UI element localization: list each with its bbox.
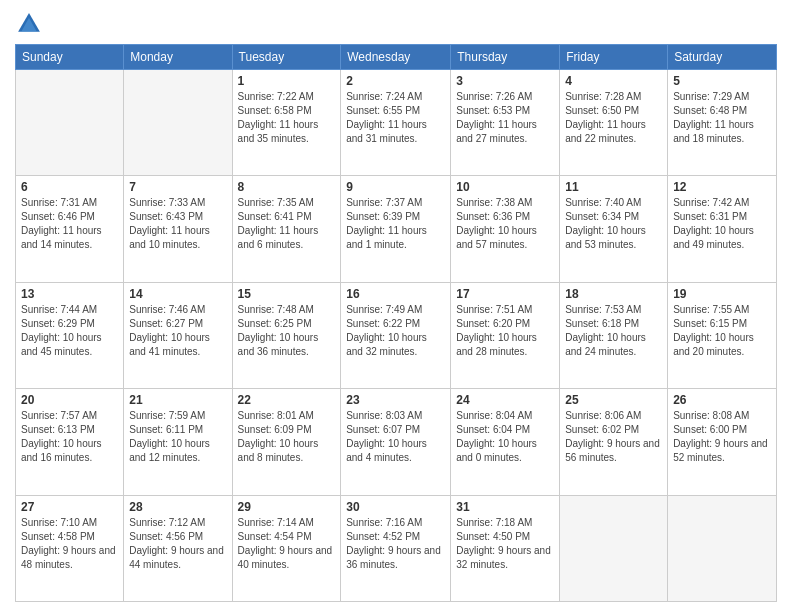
calendar-cell: 6Sunrise: 7:31 AM Sunset: 6:46 PM Daylig…: [16, 176, 124, 282]
calendar-cell: 27Sunrise: 7:10 AM Sunset: 4:58 PM Dayli…: [16, 495, 124, 601]
day-info: Sunrise: 8:04 AM Sunset: 6:04 PM Dayligh…: [456, 409, 554, 465]
weekday-header-thursday: Thursday: [451, 45, 560, 70]
day-number: 9: [346, 180, 445, 194]
logo-icon: [15, 10, 43, 38]
day-number: 2: [346, 74, 445, 88]
day-info: Sunrise: 7:59 AM Sunset: 6:11 PM Dayligh…: [129, 409, 226, 465]
day-number: 19: [673, 287, 771, 301]
calendar-cell: 1Sunrise: 7:22 AM Sunset: 6:58 PM Daylig…: [232, 70, 341, 176]
day-info: Sunrise: 7:16 AM Sunset: 4:52 PM Dayligh…: [346, 516, 445, 572]
day-info: Sunrise: 7:12 AM Sunset: 4:56 PM Dayligh…: [129, 516, 226, 572]
day-info: Sunrise: 7:38 AM Sunset: 6:36 PM Dayligh…: [456, 196, 554, 252]
day-number: 5: [673, 74, 771, 88]
weekday-header-friday: Friday: [560, 45, 668, 70]
header: [15, 10, 777, 38]
calendar-cell: 3Sunrise: 7:26 AM Sunset: 6:53 PM Daylig…: [451, 70, 560, 176]
day-info: Sunrise: 7:14 AM Sunset: 4:54 PM Dayligh…: [238, 516, 336, 572]
day-info: Sunrise: 8:06 AM Sunset: 6:02 PM Dayligh…: [565, 409, 662, 465]
day-info: Sunrise: 7:35 AM Sunset: 6:41 PM Dayligh…: [238, 196, 336, 252]
day-info: Sunrise: 8:08 AM Sunset: 6:00 PM Dayligh…: [673, 409, 771, 465]
day-number: 13: [21, 287, 118, 301]
day-info: Sunrise: 8:03 AM Sunset: 6:07 PM Dayligh…: [346, 409, 445, 465]
day-number: 23: [346, 393, 445, 407]
calendar-table: SundayMondayTuesdayWednesdayThursdayFrid…: [15, 44, 777, 602]
weekday-header-sunday: Sunday: [16, 45, 124, 70]
calendar-cell: [668, 495, 777, 601]
day-info: Sunrise: 7:48 AM Sunset: 6:25 PM Dayligh…: [238, 303, 336, 359]
day-info: Sunrise: 7:57 AM Sunset: 6:13 PM Dayligh…: [21, 409, 118, 465]
calendar-cell: 5Sunrise: 7:29 AM Sunset: 6:48 PM Daylig…: [668, 70, 777, 176]
calendar-cell: 17Sunrise: 7:51 AM Sunset: 6:20 PM Dayli…: [451, 282, 560, 388]
logo: [15, 10, 47, 38]
calendar-cell: 12Sunrise: 7:42 AM Sunset: 6:31 PM Dayli…: [668, 176, 777, 282]
calendar-cell: 25Sunrise: 8:06 AM Sunset: 6:02 PM Dayli…: [560, 389, 668, 495]
calendar-cell: 8Sunrise: 7:35 AM Sunset: 6:41 PM Daylig…: [232, 176, 341, 282]
day-number: 4: [565, 74, 662, 88]
day-info: Sunrise: 7:10 AM Sunset: 4:58 PM Dayligh…: [21, 516, 118, 572]
day-number: 31: [456, 500, 554, 514]
day-info: Sunrise: 7:40 AM Sunset: 6:34 PM Dayligh…: [565, 196, 662, 252]
day-number: 28: [129, 500, 226, 514]
calendar-cell: 23Sunrise: 8:03 AM Sunset: 6:07 PM Dayli…: [341, 389, 451, 495]
day-number: 16: [346, 287, 445, 301]
day-number: 26: [673, 393, 771, 407]
day-info: Sunrise: 7:26 AM Sunset: 6:53 PM Dayligh…: [456, 90, 554, 146]
day-number: 29: [238, 500, 336, 514]
calendar-cell: [560, 495, 668, 601]
week-row-4: 20Sunrise: 7:57 AM Sunset: 6:13 PM Dayli…: [16, 389, 777, 495]
day-info: Sunrise: 7:18 AM Sunset: 4:50 PM Dayligh…: [456, 516, 554, 572]
day-number: 3: [456, 74, 554, 88]
day-number: 14: [129, 287, 226, 301]
day-number: 21: [129, 393, 226, 407]
week-row-1: 1Sunrise: 7:22 AM Sunset: 6:58 PM Daylig…: [16, 70, 777, 176]
calendar-cell: 14Sunrise: 7:46 AM Sunset: 6:27 PM Dayli…: [124, 282, 232, 388]
day-number: 22: [238, 393, 336, 407]
day-number: 27: [21, 500, 118, 514]
day-number: 11: [565, 180, 662, 194]
calendar-cell: 21Sunrise: 7:59 AM Sunset: 6:11 PM Dayli…: [124, 389, 232, 495]
day-number: 24: [456, 393, 554, 407]
day-info: Sunrise: 7:51 AM Sunset: 6:20 PM Dayligh…: [456, 303, 554, 359]
calendar-cell: 11Sunrise: 7:40 AM Sunset: 6:34 PM Dayli…: [560, 176, 668, 282]
day-number: 18: [565, 287, 662, 301]
calendar-cell: 10Sunrise: 7:38 AM Sunset: 6:36 PM Dayli…: [451, 176, 560, 282]
page: SundayMondayTuesdayWednesdayThursdayFrid…: [0, 0, 792, 612]
day-info: Sunrise: 7:28 AM Sunset: 6:50 PM Dayligh…: [565, 90, 662, 146]
day-number: 7: [129, 180, 226, 194]
calendar-cell: [124, 70, 232, 176]
day-info: Sunrise: 7:55 AM Sunset: 6:15 PM Dayligh…: [673, 303, 771, 359]
weekday-header-tuesday: Tuesday: [232, 45, 341, 70]
calendar-cell: 2Sunrise: 7:24 AM Sunset: 6:55 PM Daylig…: [341, 70, 451, 176]
day-number: 8: [238, 180, 336, 194]
calendar-cell: [16, 70, 124, 176]
calendar-cell: 24Sunrise: 8:04 AM Sunset: 6:04 PM Dayli…: [451, 389, 560, 495]
week-row-2: 6Sunrise: 7:31 AM Sunset: 6:46 PM Daylig…: [16, 176, 777, 282]
day-info: Sunrise: 7:33 AM Sunset: 6:43 PM Dayligh…: [129, 196, 226, 252]
calendar-cell: 7Sunrise: 7:33 AM Sunset: 6:43 PM Daylig…: [124, 176, 232, 282]
day-number: 15: [238, 287, 336, 301]
calendar-cell: 18Sunrise: 7:53 AM Sunset: 6:18 PM Dayli…: [560, 282, 668, 388]
day-info: Sunrise: 7:22 AM Sunset: 6:58 PM Dayligh…: [238, 90, 336, 146]
calendar-cell: 28Sunrise: 7:12 AM Sunset: 4:56 PM Dayli…: [124, 495, 232, 601]
calendar-cell: 22Sunrise: 8:01 AM Sunset: 6:09 PM Dayli…: [232, 389, 341, 495]
calendar-cell: 26Sunrise: 8:08 AM Sunset: 6:00 PM Dayli…: [668, 389, 777, 495]
day-info: Sunrise: 7:44 AM Sunset: 6:29 PM Dayligh…: [21, 303, 118, 359]
day-info: Sunrise: 7:49 AM Sunset: 6:22 PM Dayligh…: [346, 303, 445, 359]
week-row-5: 27Sunrise: 7:10 AM Sunset: 4:58 PM Dayli…: [16, 495, 777, 601]
calendar-cell: 29Sunrise: 7:14 AM Sunset: 4:54 PM Dayli…: [232, 495, 341, 601]
calendar-cell: 19Sunrise: 7:55 AM Sunset: 6:15 PM Dayli…: [668, 282, 777, 388]
day-number: 25: [565, 393, 662, 407]
calendar-cell: 9Sunrise: 7:37 AM Sunset: 6:39 PM Daylig…: [341, 176, 451, 282]
weekday-header-row: SundayMondayTuesdayWednesdayThursdayFrid…: [16, 45, 777, 70]
calendar-cell: 13Sunrise: 7:44 AM Sunset: 6:29 PM Dayli…: [16, 282, 124, 388]
calendar-cell: 30Sunrise: 7:16 AM Sunset: 4:52 PM Dayli…: [341, 495, 451, 601]
day-info: Sunrise: 8:01 AM Sunset: 6:09 PM Dayligh…: [238, 409, 336, 465]
day-number: 30: [346, 500, 445, 514]
day-info: Sunrise: 7:37 AM Sunset: 6:39 PM Dayligh…: [346, 196, 445, 252]
day-number: 10: [456, 180, 554, 194]
week-row-3: 13Sunrise: 7:44 AM Sunset: 6:29 PM Dayli…: [16, 282, 777, 388]
day-info: Sunrise: 7:31 AM Sunset: 6:46 PM Dayligh…: [21, 196, 118, 252]
calendar-cell: 31Sunrise: 7:18 AM Sunset: 4:50 PM Dayli…: [451, 495, 560, 601]
calendar-cell: 4Sunrise: 7:28 AM Sunset: 6:50 PM Daylig…: [560, 70, 668, 176]
day-number: 20: [21, 393, 118, 407]
